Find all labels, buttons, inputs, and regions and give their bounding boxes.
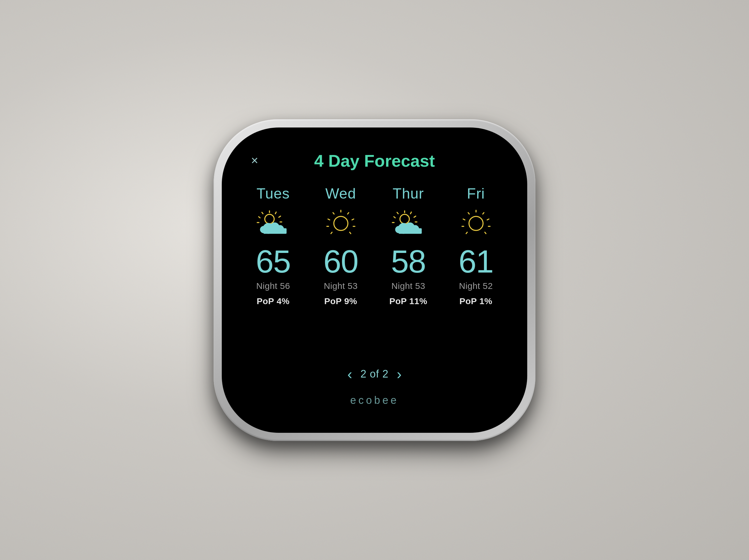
svg-line-2 — [279, 216, 281, 217]
svg-line-14 — [348, 212, 349, 214]
day-name-tues: Tues — [257, 185, 290, 202]
weather-icon-thur — [392, 210, 425, 237]
svg-line-28 — [394, 217, 395, 218]
temp-high-thur: 58 — [391, 245, 425, 277]
ecobee-device: × 4 Day Forecast Tues — [214, 119, 535, 441]
svg-line-17 — [350, 232, 351, 234]
temp-night-tues: Night 56 — [256, 281, 290, 291]
pop-tues: PoP 4% — [257, 296, 290, 306]
temp-high-fri: 61 — [458, 245, 493, 277]
svg-point-45 — [469, 217, 483, 230]
svg-line-24 — [410, 212, 411, 214]
svg-line-38 — [487, 219, 489, 220]
weather-icon-fri — [460, 210, 492, 237]
svg-point-22 — [334, 217, 348, 230]
svg-line-19 — [328, 219, 330, 220]
close-button[interactable]: × — [251, 154, 258, 167]
svg-line-44 — [466, 232, 467, 234]
svg-rect-12 — [264, 228, 286, 234]
day-column-wed: Wed — [307, 185, 374, 306]
day-column-thur: Thur — [374, 185, 442, 306]
svg-line-41 — [468, 212, 469, 214]
forecast-grid: Tues — [239, 185, 510, 360]
brand-label: ecobee — [350, 394, 399, 406]
weather-icon-wed — [325, 210, 357, 237]
day-name-wed: Wed — [325, 185, 356, 202]
prev-page-button[interactable]: ‹ — [347, 365, 352, 382]
temp-night-wed: Night 53 — [324, 281, 358, 291]
svg-line-4 — [262, 212, 263, 214]
day-column-tues: Tues — [239, 185, 307, 306]
pop-wed: PoP 9% — [324, 296, 357, 306]
screen-title: 4 Day Forecast — [314, 151, 435, 171]
svg-rect-35 — [399, 228, 422, 234]
svg-line-37 — [483, 212, 484, 214]
temp-high-tues: 65 — [256, 245, 290, 277]
day-name-thur: Thur — [393, 185, 424, 202]
svg-line-25 — [414, 216, 416, 217]
temp-night-fri: Night 52 — [459, 281, 493, 291]
day-column-fri: Fri — [442, 185, 510, 306]
screen-content: × 4 Day Forecast Tues — [222, 128, 527, 433]
svg-line-15 — [352, 219, 354, 220]
page-indicator: 2 of 2 — [361, 368, 388, 380]
svg-line-40 — [485, 232, 486, 234]
svg-line-27 — [397, 212, 398, 214]
svg-line-1 — [275, 212, 276, 214]
svg-point-30 — [400, 214, 409, 224]
temp-high-wed: 60 — [323, 245, 358, 277]
svg-line-42 — [463, 219, 465, 220]
pop-thur: PoP 11% — [389, 296, 427, 306]
next-page-button[interactable]: › — [397, 365, 402, 382]
svg-line-21 — [331, 232, 332, 234]
header-row: × 4 Day Forecast — [239, 151, 510, 171]
day-name-fri: Fri — [467, 185, 485, 202]
svg-point-7 — [265, 214, 274, 224]
device-screen: × 4 Day Forecast Tues — [222, 128, 527, 433]
temp-night-thur: Night 53 — [391, 281, 425, 291]
pagination: ‹ 2 of 2 › — [347, 365, 401, 382]
weather-icon-tues — [257, 210, 290, 237]
svg-line-5 — [259, 217, 260, 218]
svg-line-18 — [333, 212, 334, 214]
pop-fri: PoP 1% — [459, 296, 492, 306]
